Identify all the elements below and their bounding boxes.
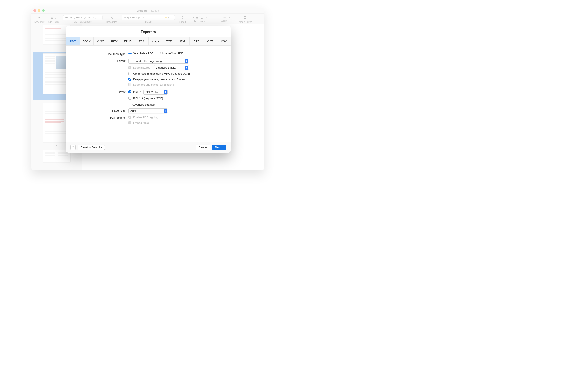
chevron-down-icon: ⌄ <box>128 103 130 106</box>
help-button[interactable]: ? <box>70 145 75 150</box>
select-arrows-icon: ▲▼ <box>164 90 167 94</box>
select-arrows-icon: ▲▼ <box>185 59 188 63</box>
tab-docx[interactable]: DOCX <box>80 37 94 45</box>
paper-size-select[interactable]: Auto ▲▼ <box>128 108 168 113</box>
tab-odt[interactable]: ODT <box>203 37 217 45</box>
check-label: PDF/A <box>133 90 141 94</box>
tab-fb2[interactable]: FB2 <box>135 37 148 45</box>
doc-type-label: Document type: <box>75 52 128 56</box>
reset-defaults-button[interactable]: Reset to Defaults <box>78 145 105 150</box>
dialog-footer: ? Reset to Defaults Cancel Next… <box>66 142 231 153</box>
select-value: PDF/A-1a <box>145 91 158 94</box>
check-keep-pictures: Keep pictures <box>128 66 150 70</box>
tab-pptx[interactable]: PPTX <box>107 37 121 45</box>
check-label: PDF/UA (requires OCR) <box>133 96 163 100</box>
tab-pdf[interactable]: PDF <box>66 37 80 45</box>
tab-epub[interactable]: EPUB <box>121 37 135 45</box>
picture-quality-select[interactable]: Balanced quality ▲▼ <box>154 65 189 70</box>
dialog-title: Export to <box>66 26 231 37</box>
pdfa-version-select[interactable]: PDF/A-1a ▲▼ <box>143 90 168 95</box>
radio-label: Image-Only PDF <box>162 52 183 55</box>
tab-csv[interactable]: CSV <box>217 37 231 45</box>
pdf-options-label: PDF options: <box>75 115 128 119</box>
select-arrows-icon: ▲▼ <box>164 109 168 113</box>
check-label: Compress images using MRC (requires OCR) <box>133 72 190 76</box>
radio-image-only-pdf[interactable]: Image-Only PDF <box>158 52 183 55</box>
check-label: Keep page numbers, headers, and footers <box>133 77 186 81</box>
check-label: Embed fonts <box>133 121 149 125</box>
radio-label: Searchable PDF <box>133 52 153 55</box>
check-label: Keep text and background colors <box>133 83 174 87</box>
layout-label: Layout: <box>75 59 128 62</box>
check-keep-colors: Keep text and background colors <box>128 83 222 87</box>
check-enable-tagging: Enable PDF tagging <box>128 115 222 119</box>
check-compress-mrc[interactable]: Compress images using MRC (requires OCR) <box>128 72 222 76</box>
advanced-settings-disclosure[interactable]: ⌄ Advanced settings <box>128 103 222 106</box>
radio-searchable-pdf[interactable]: Searchable PDF <box>128 52 153 55</box>
select-value: Auto <box>130 109 136 113</box>
check-keep-headers[interactable]: Keep page numbers, headers, and footers <box>128 77 222 81</box>
format-tabs: PDF DOCX XLSX PPTX EPUB FB2 Image TXT HT… <box>66 37 231 46</box>
next-button[interactable]: Next… <box>212 145 226 150</box>
cancel-button[interactable]: Cancel <box>196 145 210 150</box>
tab-rtf[interactable]: RTF <box>189 37 203 45</box>
disclosure-label: Advanced settings <box>132 103 155 106</box>
tab-txt[interactable]: TXT <box>162 37 176 45</box>
export-form: Document type: Searchable PDF Image-Only… <box>66 46 231 142</box>
format-label: Format: <box>75 90 128 93</box>
check-pdfa[interactable]: PDF/A <box>128 90 141 94</box>
select-value: Balanced quality <box>156 66 176 69</box>
layout-select[interactable]: Text under the page image ▲▼ <box>128 59 189 63</box>
check-pdfua[interactable]: PDF/UA (requires OCR) <box>128 96 222 100</box>
export-dialog: Export to PDF DOCX XLSX PPTX EPUB FB2 Im… <box>66 26 231 153</box>
select-value: Text under the page image <box>130 60 163 63</box>
tab-html[interactable]: HTML <box>176 37 189 45</box>
check-embed-fonts: Embed fonts <box>128 121 222 125</box>
check-label: Enable PDF tagging <box>133 115 158 119</box>
tab-xlsx[interactable]: XLSX <box>94 37 107 45</box>
check-label: Keep pictures <box>133 66 150 70</box>
paper-size-label: Paper size: <box>75 108 128 112</box>
tab-image[interactable]: Image <box>148 37 162 45</box>
select-arrows-icon: ▲▼ <box>185 66 189 70</box>
